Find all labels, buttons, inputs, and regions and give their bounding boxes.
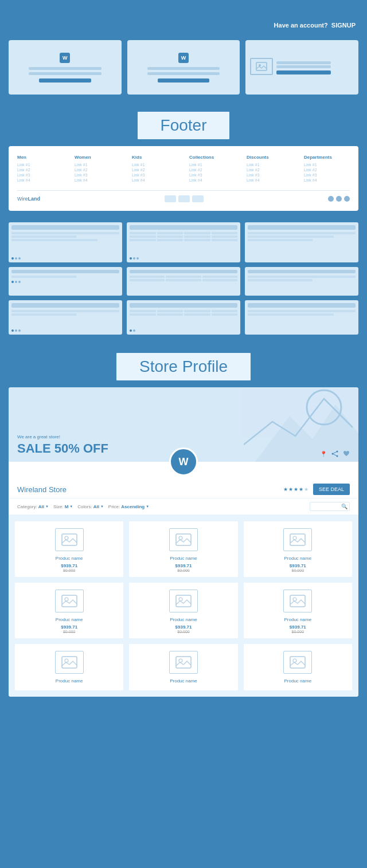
filter-size-arrow[interactable]: ▼ (69, 505, 73, 508)
footer-col-kids-link-2[interactable]: Link #2 (132, 168, 178, 172)
footer-col-men-link-4[interactable]: Link #4 (17, 178, 63, 182)
footer-col-women-link-4[interactable]: Link #4 (75, 178, 120, 182)
card-field-2a (147, 67, 220, 70)
filter-category: Category: All ▼ (17, 504, 49, 509)
thumb-5 (127, 267, 240, 296)
footer-col-discounts-link-2[interactable]: Link #2 (247, 168, 292, 172)
filter-colors-arrow[interactable]: ▼ (100, 505, 104, 508)
social-icon-facebook[interactable] (328, 196, 334, 202)
thumb-3-line-2 (248, 235, 334, 238)
product-6-old-price: $0.000 (292, 630, 304, 634)
thumb-4-dot-2 (15, 281, 17, 283)
star-1: ★ (283, 486, 288, 492)
store-profile-wireframe: We are a great store! SALE 50% OFF 📍 W (9, 387, 358, 697)
see-deal-button[interactable]: SEE DEAL (313, 484, 350, 495)
card-field-2b (147, 72, 220, 75)
footer-col-collections-link-4[interactable]: Link #4 (189, 178, 235, 182)
product-card-8[interactable]: Produc name (128, 643, 238, 691)
thumbnails-grid-2 (0, 267, 367, 300)
footer-col-kids-link-3[interactable]: Link #3 (132, 173, 178, 177)
product-8-image (169, 651, 198, 674)
footer-col-women-link-1[interactable]: Link #1 (75, 163, 120, 167)
thumbnails-grid-1 (0, 218, 367, 267)
thumb-9-line-1 (248, 310, 356, 312)
footer-col-discounts-link-1[interactable]: Link #1 (247, 163, 292, 167)
filter-size-value[interactable]: M (65, 504, 69, 509)
footer-col-men-link-1[interactable]: Link #1 (17, 163, 63, 167)
footer-col-collections-link-1[interactable]: Link #1 (189, 163, 235, 167)
footer-col-departments-link-4[interactable]: Link #4 (304, 178, 350, 182)
svg-point-9 (65, 536, 68, 540)
product-card-9[interactable]: Produc name (243, 643, 353, 691)
footer-col-departments: Departments Link #1 Link #2 Link #3 Link… (304, 155, 350, 183)
product-card-7[interactable]: Produc name (14, 643, 124, 691)
social-icon-instagram[interactable] (344, 196, 350, 202)
signup-link[interactable]: SIGNUP (331, 22, 356, 29)
footer-col-collections-link-3[interactable]: Link #3 (189, 173, 235, 177)
filter-price-value[interactable]: Ascending (121, 504, 145, 509)
thumb-3 (245, 222, 358, 262)
thumb-5-header (130, 270, 237, 273)
product-card-6[interactable]: Produc name $939.71 $0.000 (243, 582, 353, 639)
product-5-image (169, 590, 198, 612)
product-2-price: $939.71 (175, 563, 192, 568)
filter-colors-value[interactable]: All (93, 504, 99, 509)
footer-col-men-link-2[interactable]: Link #2 (17, 168, 63, 172)
thumb-7-header (11, 303, 119, 308)
product-card-4[interactable]: Produc name $939.71 $0.000 (14, 582, 124, 639)
svg-rect-12 (290, 534, 305, 545)
thumb-5-cell-2 (166, 276, 201, 278)
filter-category-value[interactable]: All (38, 504, 44, 509)
footer-col-kids-link-4[interactable]: Link #4 (132, 178, 178, 182)
thumb-2-cell-6 (157, 235, 184, 238)
footer-col-men-link-3[interactable]: Link #3 (17, 173, 63, 177)
footer-col-departments-link-3[interactable]: Link #3 (304, 173, 350, 177)
thumb-8-dot-2 (133, 329, 135, 332)
store-avatar-container: W (9, 447, 358, 479)
filter-price-arrow[interactable]: ▼ (146, 505, 149, 508)
product-card-3[interactable]: Produc name $939.71 $0.000 (243, 521, 353, 578)
svg-rect-18 (290, 595, 305, 607)
footer-col-collections-link-2[interactable]: Link #2 (189, 168, 235, 172)
social-icon-twitter[interactable] (336, 196, 342, 202)
visa-badge (165, 195, 176, 202)
thumb-2-table-row-2 (130, 235, 237, 238)
filter-size-label: Size: (53, 504, 64, 509)
thumb-2-cell-7 (184, 235, 210, 238)
product-3-old-price: $0.000 (292, 568, 304, 572)
footer-col-departments-link-1[interactable]: Link #1 (304, 163, 350, 167)
product-5-old-price: $0.000 (177, 630, 189, 634)
star-2: ★ (288, 486, 293, 492)
product-3-name: Produc name (284, 556, 312, 561)
footer-col-departments-link-2[interactable]: Link #2 (304, 168, 350, 172)
thumb-4-line-1 (11, 276, 76, 278)
footer-bottom: WireLand (17, 190, 350, 202)
thumb-4-dots (11, 281, 119, 283)
thumb-7 (9, 300, 122, 335)
filter-category-arrow[interactable]: ▼ (45, 505, 49, 508)
thumb-8 (127, 300, 240, 335)
footer-col-discounts-link-4[interactable]: Link #4 (247, 178, 292, 182)
filters-row: Category: All ▼ Size: M ▼ Colors: All ▼ … (9, 498, 358, 515)
thumb-4-dot-3 (18, 281, 21, 283)
thumb-7-dot-3 (18, 329, 21, 332)
product-card-5[interactable]: Produc name $939.71 $0.000 (128, 582, 238, 639)
product-card-1[interactable]: Produc name $939.71 $0.000 (14, 521, 124, 578)
product-card-2[interactable]: Produc name $939.71 $0.000 (128, 521, 238, 578)
footer-col-women-link-2[interactable]: Link #2 (75, 168, 120, 172)
thumb-2-dot-2 (133, 257, 135, 260)
footer-logo-wire: Wire (17, 196, 28, 202)
top-section: Have an account? SIGNUP (0, 0, 367, 34)
thumb-5-cell-4 (130, 279, 165, 281)
footer-col-discounts-link-3[interactable]: Link #3 (247, 173, 292, 177)
thumb-4-header (11, 270, 119, 273)
filter-price-label: Price: (108, 504, 120, 509)
svg-rect-24 (290, 657, 305, 668)
footer-label-box: Footer (136, 111, 231, 140)
footer-col-departments-title: Departments (304, 155, 350, 160)
search-box[interactable]: 🔍 (310, 502, 350, 511)
svg-rect-8 (62, 534, 77, 545)
product-2-old-price: $0.000 (177, 568, 189, 572)
footer-col-women-link-3[interactable]: Link #3 (75, 173, 120, 177)
footer-col-kids-link-1[interactable]: Link #1 (132, 163, 178, 167)
